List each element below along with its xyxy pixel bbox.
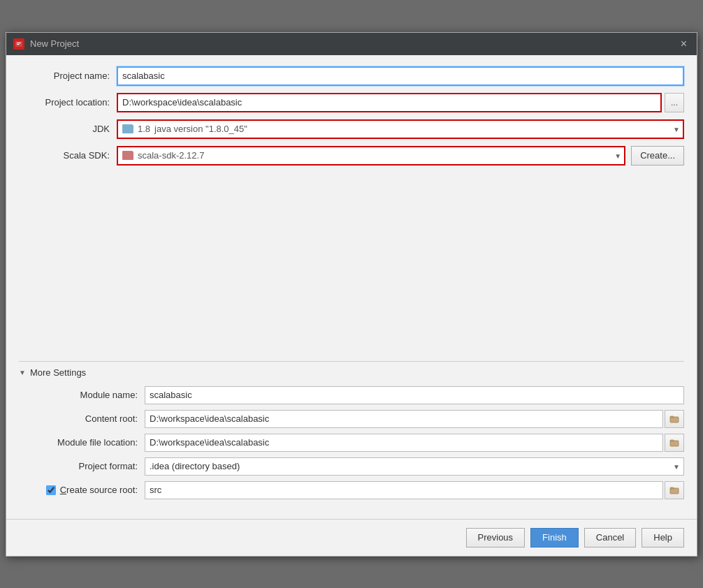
jdk-row: JDK 1.8 java version "1.8.0_45" ▼ — [19, 119, 684, 139]
project-format-label: Project format: — [19, 461, 145, 471]
create-source-root-label: Create source root: — [60, 485, 138, 495]
close-button[interactable]: × — [678, 37, 690, 51]
project-location-label: Project location: — [19, 97, 117, 108]
svg-rect-1 — [17, 43, 21, 43]
dialog-title: New Project — [30, 38, 79, 49]
svg-rect-2 — [17, 44, 20, 45]
more-settings-toggle[interactable]: ▼ More Settings — [19, 362, 684, 383]
project-name-input[interactable] — [117, 66, 684, 86]
project-location-row: Project location: ... — [19, 93, 684, 112]
create-source-root-label-area: Create source root: — [19, 485, 145, 495]
jdk-dropdown-wrap: 1.8 java version "1.8.0_45" ▼ — [117, 119, 684, 139]
module-file-location-input[interactable] — [145, 434, 663, 452]
jdk-version: java version "1.8.0_45" — [154, 124, 247, 134]
project-format-select[interactable]: .idea (directory based) .ipr (file based… — [145, 457, 684, 476]
more-settings-section: ▼ More Settings Module name: Content roo… — [19, 361, 684, 508]
module-name-input[interactable] — [145, 386, 684, 404]
triangle-icon: ▼ — [19, 369, 26, 376]
content-root-row: Content root: — [19, 410, 684, 428]
svg-rect-8 — [670, 487, 674, 489]
content-root-browse-button[interactable] — [665, 410, 684, 428]
project-location-wrap: ... — [117, 93, 684, 112]
app-icon — [13, 38, 24, 50]
svg-rect-4 — [670, 416, 674, 418]
scala-sdk-folder-icon — [122, 151, 133, 160]
create-source-root-row: Create source root: — [19, 481, 684, 499]
jdk-label: JDK — [19, 124, 117, 134]
cancel-button[interactable]: Cancel — [584, 528, 636, 547]
title-bar-left: New Project — [13, 38, 79, 50]
finish-button[interactable]: Finish — [530, 528, 579, 547]
help-button[interactable]: Help — [642, 528, 684, 547]
create-button[interactable]: Create... — [631, 146, 684, 166]
dialog-body: Project name: Project location: ... JDK … — [6, 55, 697, 519]
title-bar: New Project × — [6, 33, 697, 55]
scala-sdk-value: scala-sdk-2.12.7 — [138, 150, 204, 161]
source-root-browse-button[interactable] — [665, 481, 684, 499]
more-settings-content: Module name: Content root: — [19, 383, 684, 508]
project-name-label: Project name: — [19, 71, 117, 81]
project-name-row: Project name: — [19, 66, 684, 86]
new-project-dialog: New Project × Project name: Project loca… — [6, 32, 697, 557]
project-location-input[interactable] — [117, 93, 662, 112]
previous-button[interactable]: Previous — [466, 528, 526, 547]
scala-sdk-label: Scala SDK: — [19, 150, 117, 161]
module-file-location-row: Module file location: — [19, 434, 684, 452]
svg-rect-6 — [670, 440, 674, 441]
create-source-root-checkbox[interactable] — [46, 485, 56, 495]
create-source-root-checkbox-group: Create source root: — [46, 485, 138, 495]
project-format-row: Project format: .idea (directory based) … — [19, 457, 684, 476]
module-name-row: Module name: — [19, 386, 684, 404]
scala-sdk-dropdown-wrap: scala-sdk-2.12.7 ▼ — [117, 146, 625, 166]
module-file-location-browse-button[interactable] — [665, 434, 684, 452]
jdk-dropdown[interactable]: 1.8 java version "1.8.0_45" — [117, 119, 684, 139]
project-format-dropdown-wrap: .idea (directory based) .ipr (file based… — [145, 457, 684, 476]
module-name-label: Module name: — [19, 390, 145, 400]
content-root-input[interactable] — [145, 410, 663, 428]
more-settings-label: More Settings — [30, 367, 86, 378]
scala-sdk-dropdown[interactable]: scala-sdk-2.12.7 — [117, 146, 625, 166]
footer: Previous Finish Cancel Help — [6, 519, 697, 556]
content-root-label: Content root: — [19, 413, 145, 424]
module-file-location-label: Module file location: — [19, 437, 145, 448]
spacer — [19, 172, 684, 354]
jdk-folder-icon — [122, 124, 133, 133]
project-location-browse-button[interactable]: ... — [665, 93, 684, 112]
source-root-input[interactable] — [145, 481, 663, 499]
scala-sdk-row: Scala SDK: scala-sdk-2.12.7 ▼ Create... — [19, 146, 684, 166]
jdk-value: 1.8 — [138, 124, 150, 134]
